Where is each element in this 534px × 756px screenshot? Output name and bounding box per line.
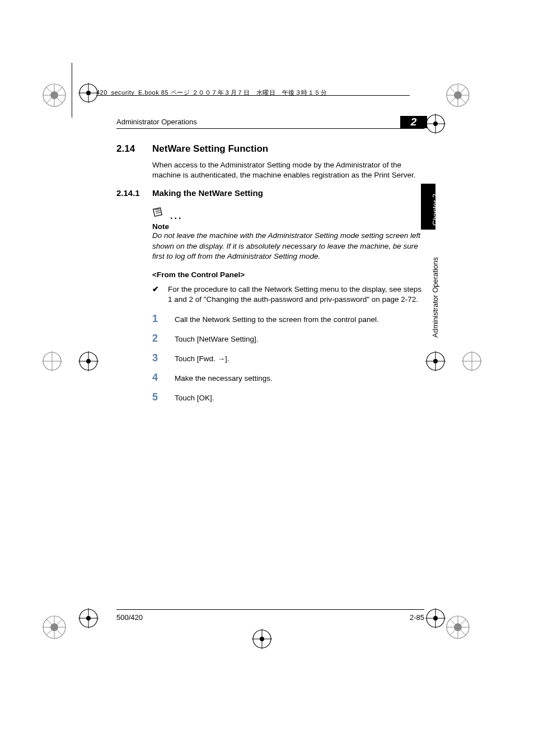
step-number: 2 [152,333,160,344]
checkmark-icon: ✔ [152,284,160,305]
ellipsis-icon: ... [170,211,182,221]
reg-mark-bl-inner [78,608,99,628]
svg-point-23 [86,359,91,363]
side-tab-section-label: Administrator Operations [431,257,439,338]
note-label: Note [152,222,424,231]
reg-mark-br-outer [446,615,470,640]
svg-point-9 [86,91,91,95]
step-text: Touch [OK]. [175,394,214,402]
check-item: ✔ For the procedure to call the Network … [152,284,424,305]
step-text: Touch [NetWare Setting]. [175,335,259,343]
step-1: 1 Call the Network Setting to the screen… [152,313,424,325]
reg-mark-ml-inner [78,351,99,371]
panel-subhead: <From the Control Panel> [152,270,424,279]
step-number: 3 [152,352,160,364]
reg-mark-ml-outer [42,351,62,371]
svg-line-60 [156,211,160,212]
step-4: 4 Make the necessary settings. [152,372,424,384]
step-number: 1 [152,313,160,325]
svg-point-30 [433,359,438,363]
reg-mark-tr-outer [446,83,470,108]
reg-mark-br-inner [425,608,446,628]
svg-point-39 [50,623,58,631]
running-head: Administrator Operations [116,118,424,126]
section-intro: When access to the Administrator Setting… [152,160,424,180]
svg-point-5 [50,91,58,99]
svg-point-57 [260,637,264,641]
side-tab-chapter-label: Chapter 2 [431,194,439,226]
reg-mark-bc [252,629,272,649]
reg-mark-tl-inner [78,83,99,103]
page-content: Administrator Operations 2 2.14 NetWare … [116,118,424,411]
svg-point-19 [433,122,438,126]
footer-rule [116,609,424,610]
subsection-title: Making the NetWare Setting [152,188,263,198]
svg-point-15 [454,91,462,99]
chapter-badge: 2 [400,116,427,128]
step-5: 5 Touch [OK]. [152,391,424,403]
header-rule [116,128,424,129]
section-heading: 2.14 NetWare Setting Function [116,143,424,155]
note-icon [152,207,167,221]
svg-point-53 [433,616,438,620]
svg-point-43 [86,616,91,620]
section-number: 2.14 [116,143,142,155]
step-number: 4 [152,372,160,384]
note-text: Do not leave the machine with the Admini… [152,231,424,262]
step-number: 5 [152,391,160,403]
note-block: ... Note Do not leave the machine with t… [152,207,424,262]
subsection-heading: 2.14.1 Making the NetWare Setting [116,188,424,198]
page-footer: 500/420 2-85 [116,609,424,622]
reg-mark-mr-inner [425,351,446,371]
footer-left: 500/420 [116,613,143,622]
svg-line-61 [156,212,161,213]
step-text: Touch [Fwd. →]. [175,354,229,363]
source-file-header-rule [96,95,410,96]
crop-vline [72,63,72,118]
footer-right: 2-85 [410,613,424,622]
reg-mark-mr-outer [462,351,482,371]
step-3: 3 Touch [Fwd. →]. [152,352,424,364]
svg-point-49 [454,623,462,631]
reg-mark-tr-inner [425,114,446,134]
step-text: Call the Network Setting to the screen f… [175,315,379,324]
step-2: 2 Touch [NetWare Setting]. [152,333,424,344]
step-text: Make the necessary settings. [175,374,273,382]
reg-mark-tl-outer [42,83,67,108]
reg-mark-bl-outer [42,615,67,640]
subsection-number: 2.14.1 [116,188,142,198]
section-title: NetWare Setting Function [152,143,268,155]
check-text: For the procedure to call the Network Se… [168,284,424,305]
